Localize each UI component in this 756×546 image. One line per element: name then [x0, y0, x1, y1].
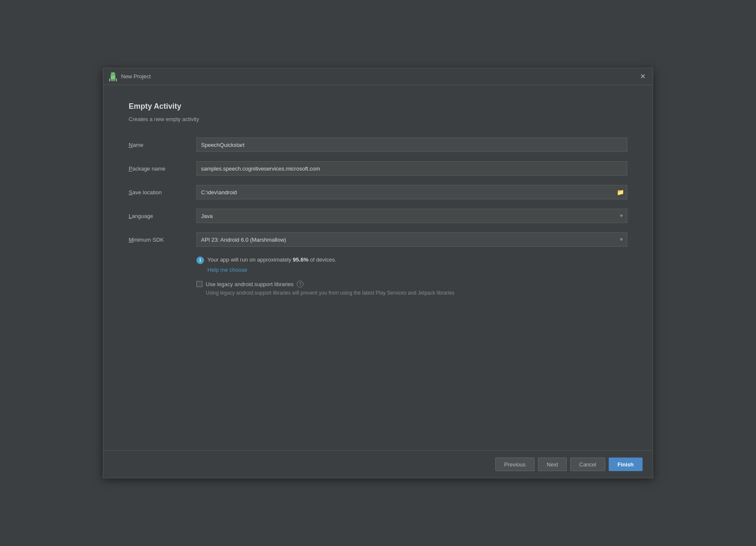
- save-location-row: Save location 📁: [129, 185, 627, 199]
- legacy-libraries-description: Using legacy android.support libraries w…: [206, 289, 627, 297]
- previous-button[interactable]: Previous: [495, 458, 535, 471]
- cancel-button[interactable]: Cancel: [570, 458, 605, 471]
- section-title: Empty Activity: [129, 102, 627, 111]
- title-bar-left: New Project: [108, 72, 151, 81]
- coverage-text: Your app will run on approximately 95.6%…: [207, 256, 337, 264]
- name-label: Name: [129, 142, 196, 148]
- legacy-libraries-row: Use legacy android.support libraries ?: [196, 281, 627, 287]
- legacy-libraries-checkbox[interactable]: [196, 281, 202, 287]
- close-button[interactable]: ✕: [637, 72, 648, 82]
- legacy-libraries-label: Use legacy android.support libraries: [206, 281, 293, 287]
- help-me-choose-link[interactable]: Help me choose: [207, 267, 627, 273]
- language-row: Language Java Kotlin ▼: [129, 209, 627, 223]
- minimum-sdk-row: Minimum SDK API 16: Android 4.1 (Jelly B…: [129, 232, 627, 247]
- save-location-input[interactable]: [196, 185, 627, 199]
- minimum-sdk-select[interactable]: API 16: Android 4.1 (Jelly Bean) API 21:…: [196, 232, 627, 247]
- finish-button[interactable]: Finish: [609, 458, 643, 471]
- new-project-dialog: New Project ✕ Empty Activity Creates a n…: [103, 68, 653, 478]
- coverage-percent: 95.6%: [293, 256, 309, 263]
- legacy-libraries-section: Use legacy android.support libraries ? U…: [196, 281, 627, 297]
- android-logo-icon: [108, 72, 118, 81]
- save-location-label: Save location: [129, 189, 196, 196]
- window-title: New Project: [121, 73, 151, 80]
- language-select[interactable]: Java Kotlin: [196, 209, 627, 223]
- save-location-wrapper: 📁: [196, 185, 627, 199]
- coverage-info-row: i Your app will run on approximately 95.…: [196, 256, 627, 264]
- language-label: Language: [129, 213, 196, 219]
- minimum-sdk-label: Minimum SDK: [129, 237, 196, 243]
- coverage-info-section: i Your app will run on approximately 95.…: [196, 256, 627, 273]
- language-select-wrapper: Java Kotlin ▼: [196, 209, 627, 223]
- name-row: Name: [129, 138, 627, 152]
- legacy-libraries-help-icon[interactable]: ?: [297, 281, 304, 287]
- package-name-label: Package name: [129, 165, 196, 172]
- name-input[interactable]: [196, 138, 627, 152]
- next-button[interactable]: Next: [538, 458, 567, 471]
- info-circle-icon: i: [196, 256, 204, 264]
- minimum-sdk-select-wrapper: API 16: Android 4.1 (Jelly Bean) API 21:…: [196, 232, 627, 247]
- dialog-footer: Previous Next Cancel Finish: [103, 450, 653, 478]
- package-name-input[interactable]: [196, 161, 627, 176]
- coverage-text-pre: Your app will run on approximately: [207, 256, 293, 263]
- title-bar: New Project ✕: [103, 68, 653, 85]
- package-name-row: Package name: [129, 161, 627, 176]
- section-subtitle: Creates a new empty activity: [129, 116, 627, 122]
- coverage-text-post: of devices.: [309, 256, 337, 263]
- main-content: Empty Activity Creates a new empty activ…: [103, 85, 653, 450]
